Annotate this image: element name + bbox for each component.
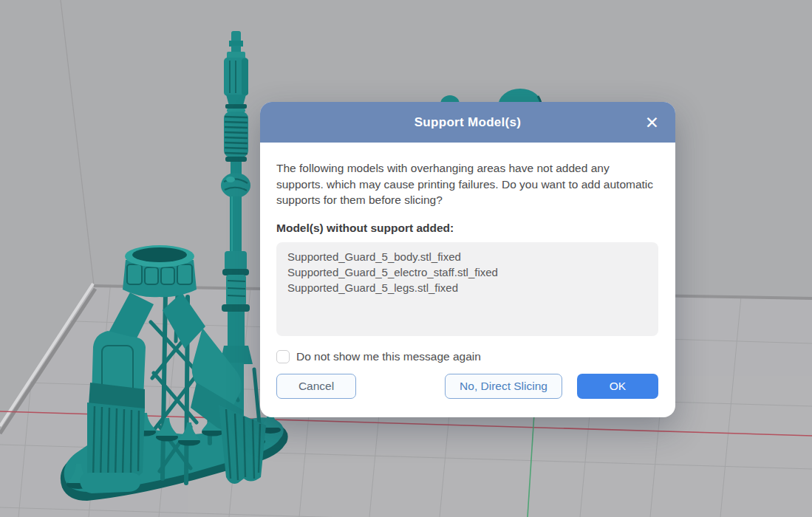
model-file-item: Supported_Guard_5_electro_staff.stl_fixe… xyxy=(287,264,647,280)
dialog-header: Support Model(s) ✕ xyxy=(260,102,675,143)
dialog-message: The following models with overhanging ar… xyxy=(276,160,658,208)
dialog-close-button[interactable]: ✕ xyxy=(639,111,665,134)
ok-button[interactable]: OK xyxy=(577,374,658,399)
dialog-footer: Cancel No, Direct Slicing OK xyxy=(276,374,658,399)
dont-show-again-label: Do not show me this message again xyxy=(296,350,481,363)
model-file-item: Supported_Guard_5_legs.stl_fixed xyxy=(287,280,647,295)
dialog-title: Support Model(s) xyxy=(414,115,522,130)
cancel-button[interactable]: Cancel xyxy=(276,374,356,399)
close-icon: ✕ xyxy=(645,112,659,131)
dont-show-again-row: Do not show me this message again xyxy=(276,350,658,363)
dont-show-again-checkbox[interactable] xyxy=(276,350,290,363)
model-file-item: Supported_Guard_5_body.stl_fixed xyxy=(287,249,647,264)
no-direct-slicing-button[interactable]: No, Direct Slicing xyxy=(445,374,562,399)
slicer-3d-viewport[interactable]: Support Model(s) ✕ The following models … xyxy=(0,0,812,517)
support-models-dialog: Support Model(s) ✕ The following models … xyxy=(260,102,675,417)
dialog-body: The following models with overhanging ar… xyxy=(260,143,675,399)
model-list-label: Model(s) without support added: xyxy=(276,222,658,235)
model-waist-cup xyxy=(123,245,197,297)
unsupported-model-list[interactable]: Supported_Guard_5_body.stl_fixed Support… xyxy=(276,242,658,336)
